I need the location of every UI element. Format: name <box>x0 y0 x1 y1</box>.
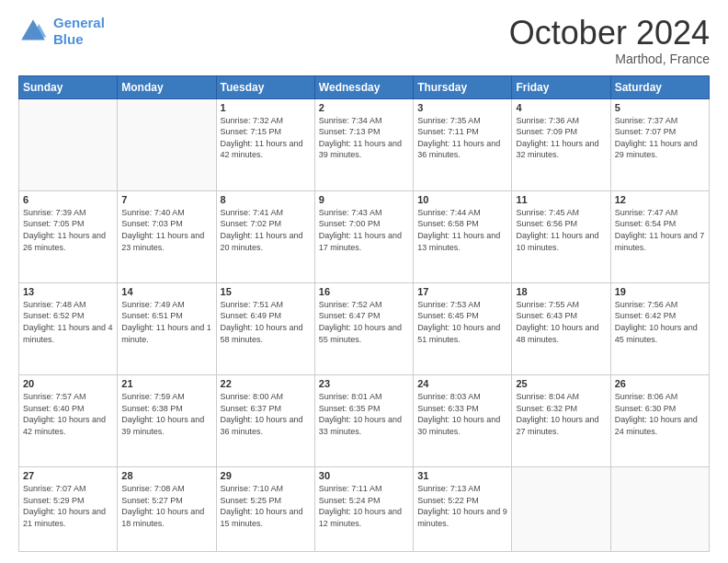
day-info: Sunrise: 7:35 AMSunset: 7:11 PMDaylight:… <box>417 115 507 161</box>
day-number: 21 <box>121 378 211 389</box>
day-info: Sunrise: 7:55 AMSunset: 6:43 PMDaylight:… <box>516 299 606 345</box>
day-info: Sunrise: 7:56 AMSunset: 6:42 PMDaylight:… <box>615 299 705 345</box>
table-row: 8 Sunrise: 7:41 AMSunset: 7:02 PMDayligh… <box>216 190 314 282</box>
day-info: Sunrise: 7:44 AMSunset: 6:58 PMDaylight:… <box>417 207 507 253</box>
day-info: Sunrise: 7:32 AMSunset: 7:15 PMDaylight:… <box>221 115 311 161</box>
day-number: 27 <box>23 470 113 481</box>
table-row: 28 Sunrise: 7:08 AMSunset: 5:27 PMDaylig… <box>118 467 216 552</box>
day-number: 18 <box>516 286 606 297</box>
table-row: 29 Sunrise: 7:10 AMSunset: 5:25 PMDaylig… <box>216 467 314 552</box>
table-row: 31 Sunrise: 7:13 AMSunset: 5:22 PMDaylig… <box>414 467 512 552</box>
table-row: 4 Sunrise: 7:36 AMSunset: 7:09 PMDayligh… <box>512 98 610 190</box>
day-number: 25 <box>516 378 606 389</box>
table-row: 1 Sunrise: 7:32 AMSunset: 7:15 PMDayligh… <box>216 98 314 190</box>
table-row: 11 Sunrise: 7:45 AMSunset: 6:56 PMDaylig… <box>512 190 610 282</box>
calendar-header-row: Sunday Monday Tuesday Wednesday Thursday… <box>19 75 710 98</box>
day-info: Sunrise: 8:01 AMSunset: 6:35 PMDaylight:… <box>319 391 409 437</box>
day-info: Sunrise: 7:47 AMSunset: 6:54 PMDaylight:… <box>615 207 705 253</box>
day-number: 3 <box>417 102 507 113</box>
table-row: 21 Sunrise: 7:59 AMSunset: 6:38 PMDaylig… <box>118 374 216 466</box>
table-row: 17 Sunrise: 7:53 AMSunset: 6:45 PMDaylig… <box>414 282 512 374</box>
table-row: 26 Sunrise: 8:06 AMSunset: 6:30 PMDaylig… <box>610 374 709 466</box>
table-row <box>19 98 118 190</box>
day-info: Sunrise: 7:34 AMSunset: 7:13 PMDaylight:… <box>319 115 409 161</box>
logo: General Blue <box>18 15 105 48</box>
day-info: Sunrise: 7:37 AMSunset: 7:07 PMDaylight:… <box>615 115 705 161</box>
day-number: 17 <box>417 286 507 297</box>
day-info: Sunrise: 7:40 AMSunset: 7:03 PMDaylight:… <box>121 207 211 253</box>
day-number: 19 <box>615 286 705 297</box>
day-number: 4 <box>516 102 606 113</box>
day-info: Sunrise: 7:51 AMSunset: 6:49 PMDaylight:… <box>221 299 311 345</box>
table-row: 20 Sunrise: 7:57 AMSunset: 6:40 PMDaylig… <box>19 374 118 466</box>
table-row: 24 Sunrise: 8:03 AMSunset: 6:33 PMDaylig… <box>414 374 512 466</box>
day-number: 16 <box>319 286 409 297</box>
day-info: Sunrise: 8:06 AMSunset: 6:30 PMDaylight:… <box>615 391 705 437</box>
day-info: Sunrise: 8:04 AMSunset: 6:32 PMDaylight:… <box>516 391 606 437</box>
table-row: 15 Sunrise: 7:51 AMSunset: 6:49 PMDaylig… <box>216 282 314 374</box>
table-row: 12 Sunrise: 7:47 AMSunset: 6:54 PMDaylig… <box>610 190 709 282</box>
day-info: Sunrise: 7:07 AMSunset: 5:29 PMDaylight:… <box>23 483 113 529</box>
day-info: Sunrise: 7:10 AMSunset: 5:25 PMDaylight:… <box>221 483 311 529</box>
day-number: 31 <box>417 470 507 481</box>
day-number: 11 <box>516 194 606 205</box>
day-number: 28 <box>121 470 211 481</box>
table-row: 22 Sunrise: 8:00 AMSunset: 6:37 PMDaylig… <box>216 374 314 466</box>
day-info: Sunrise: 7:45 AMSunset: 6:56 PMDaylight:… <box>516 207 606 253</box>
table-row: 23 Sunrise: 8:01 AMSunset: 6:35 PMDaylig… <box>314 374 413 466</box>
month-title: October 2024 <box>509 15 710 52</box>
day-number: 5 <box>615 102 705 113</box>
day-info: Sunrise: 7:36 AMSunset: 7:09 PMDaylight:… <box>516 115 606 161</box>
location: Marthod, France <box>509 52 710 66</box>
day-number: 13 <box>23 286 113 297</box>
day-number: 15 <box>221 286 311 297</box>
table-row: 3 Sunrise: 7:35 AMSunset: 7:11 PMDayligh… <box>414 98 512 190</box>
logo-line2: Blue <box>53 31 84 47</box>
table-row: 25 Sunrise: 8:04 AMSunset: 6:32 PMDaylig… <box>512 374 610 466</box>
day-info: Sunrise: 7:43 AMSunset: 7:00 PMDaylight:… <box>319 207 409 253</box>
col-friday: Friday <box>512 75 610 98</box>
col-tuesday: Tuesday <box>216 75 314 98</box>
page: General Blue October 2024 Marthod, Franc… <box>0 0 728 563</box>
table-row: 2 Sunrise: 7:34 AMSunset: 7:13 PMDayligh… <box>314 98 413 190</box>
table-row: 18 Sunrise: 7:55 AMSunset: 6:43 PMDaylig… <box>512 282 610 374</box>
day-number: 26 <box>615 378 705 389</box>
day-number: 30 <box>319 470 409 481</box>
day-info: Sunrise: 7:52 AMSunset: 6:47 PMDaylight:… <box>319 299 409 345</box>
table-row: 27 Sunrise: 7:07 AMSunset: 5:29 PMDaylig… <box>19 467 118 552</box>
day-info: Sunrise: 7:08 AMSunset: 5:27 PMDaylight:… <box>121 483 211 529</box>
day-number: 22 <box>221 378 311 389</box>
day-number: 2 <box>319 102 409 113</box>
col-saturday: Saturday <box>610 75 709 98</box>
table-row: 9 Sunrise: 7:43 AMSunset: 7:00 PMDayligh… <box>314 190 413 282</box>
table-row: 19 Sunrise: 7:56 AMSunset: 6:42 PMDaylig… <box>610 282 709 374</box>
logo-icon <box>18 17 48 46</box>
table-row: 30 Sunrise: 7:11 AMSunset: 5:24 PMDaylig… <box>314 467 413 552</box>
day-number: 29 <box>221 470 311 481</box>
day-number: 20 <box>23 378 113 389</box>
day-info: Sunrise: 7:57 AMSunset: 6:40 PMDaylight:… <box>23 391 113 437</box>
calendar-table: Sunday Monday Tuesday Wednesday Thursday… <box>18 75 710 552</box>
day-info: Sunrise: 7:49 AMSunset: 6:51 PMDaylight:… <box>121 299 211 345</box>
title-block: October 2024 Marthod, France <box>509 15 710 66</box>
day-number: 1 <box>221 102 311 113</box>
day-number: 23 <box>319 378 409 389</box>
header: General Blue October 2024 Marthod, Franc… <box>18 15 710 66</box>
col-wednesday: Wednesday <box>314 75 413 98</box>
day-number: 7 <box>121 194 211 205</box>
table-row: 6 Sunrise: 7:39 AMSunset: 7:05 PMDayligh… <box>19 190 118 282</box>
day-info: Sunrise: 7:11 AMSunset: 5:24 PMDaylight:… <box>319 483 409 529</box>
table-row: 10 Sunrise: 7:44 AMSunset: 6:58 PMDaylig… <box>414 190 512 282</box>
day-number: 6 <box>23 194 113 205</box>
col-sunday: Sunday <box>19 75 118 98</box>
col-thursday: Thursday <box>414 75 512 98</box>
day-number: 9 <box>319 194 409 205</box>
table-row: 16 Sunrise: 7:52 AMSunset: 6:47 PMDaylig… <box>314 282 413 374</box>
day-number: 24 <box>417 378 507 389</box>
table-row: 14 Sunrise: 7:49 AMSunset: 6:51 PMDaylig… <box>118 282 216 374</box>
day-number: 12 <box>615 194 705 205</box>
day-info: Sunrise: 7:13 AMSunset: 5:22 PMDaylight:… <box>417 483 507 529</box>
day-info: Sunrise: 7:53 AMSunset: 6:45 PMDaylight:… <box>417 299 507 345</box>
logo-line1: General <box>53 15 105 30</box>
day-info: Sunrise: 7:48 AMSunset: 6:52 PMDaylight:… <box>23 299 113 345</box>
